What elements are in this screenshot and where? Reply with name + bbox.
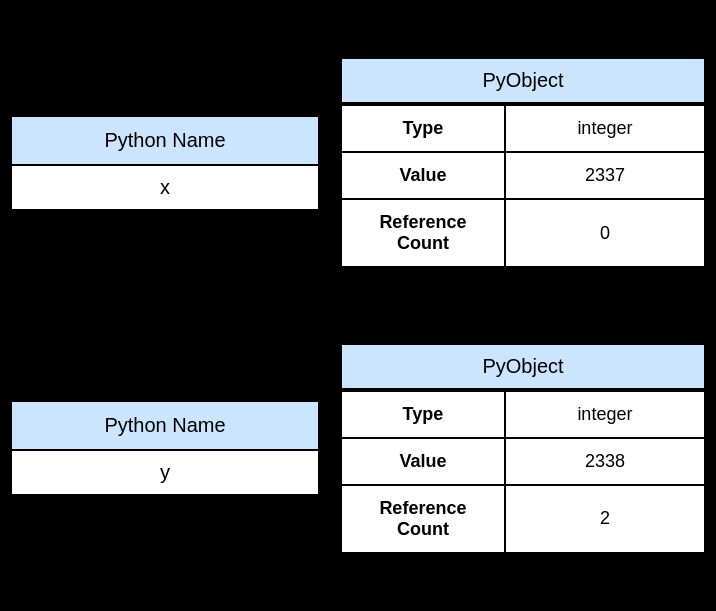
- python-name-box-1: Python Name x: [10, 115, 320, 211]
- pyobject-table-2: Type integer Value 2338 ReferenceCount 2: [340, 390, 706, 554]
- table-row: ReferenceCount 2: [341, 485, 705, 553]
- table-row: Value 2337: [341, 152, 705, 199]
- table-row: Value 2338: [341, 438, 705, 485]
- table-row: Type integer: [341, 391, 705, 438]
- pyobject-title-1: PyObject: [340, 57, 706, 104]
- python-name-header-2: Python Name: [10, 400, 320, 451]
- field-value-refcount-1: 0: [505, 199, 705, 267]
- pyobject-table-1: Type integer Value 2337 ReferenceCount 0: [340, 104, 706, 268]
- pyobject-title-2: PyObject: [340, 343, 706, 390]
- field-label-refcount-2: ReferenceCount: [341, 485, 505, 553]
- field-label-type-2: Type: [341, 391, 505, 438]
- field-value-type-1: integer: [505, 105, 705, 152]
- field-value-type-2: integer: [505, 391, 705, 438]
- field-value-value-1: 2337: [505, 152, 705, 199]
- row-1: Python Name x PyObject Type integer Valu…: [0, 57, 716, 268]
- field-label-value-2: Value: [341, 438, 505, 485]
- field-label-type-1: Type: [341, 105, 505, 152]
- field-label-value-1: Value: [341, 152, 505, 199]
- python-name-value-2: y: [10, 451, 320, 496]
- pyobject-box-1: PyObject Type integer Value 2337 Referen…: [340, 57, 706, 268]
- row-2: Python Name y PyObject Type integer Valu…: [0, 343, 716, 554]
- python-name-box-2: Python Name y: [10, 400, 320, 496]
- pyobject-box-2: PyObject Type integer Value 2338 Referen…: [340, 343, 706, 554]
- python-name-header-1: Python Name: [10, 115, 320, 166]
- table-row: Type integer: [341, 105, 705, 152]
- python-name-value-1: x: [10, 166, 320, 211]
- diagram-container: Python Name x PyObject Type integer Valu…: [0, 0, 716, 611]
- field-label-refcount-1: ReferenceCount: [341, 199, 505, 267]
- table-row: ReferenceCount 0: [341, 199, 705, 267]
- field-value-value-2: 2338: [505, 438, 705, 485]
- field-value-refcount-2: 2: [505, 485, 705, 553]
